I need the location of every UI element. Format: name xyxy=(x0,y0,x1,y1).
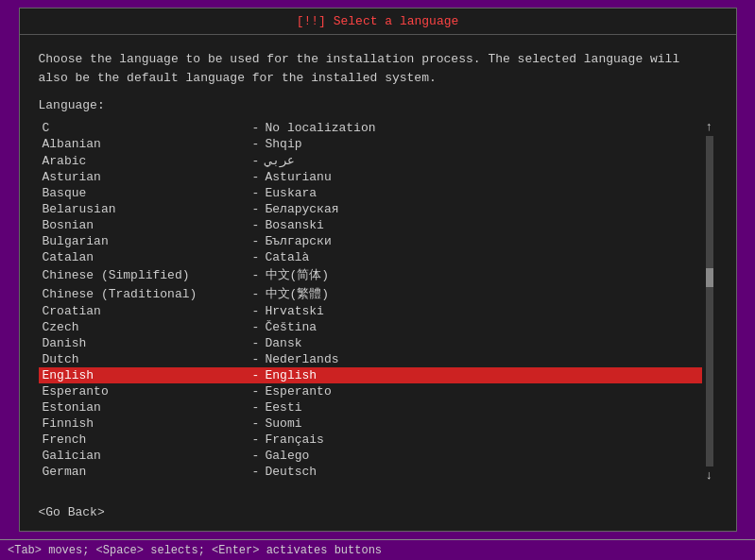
list-item[interactable]: C-No localization xyxy=(39,120,702,136)
lang-name: Belarusian xyxy=(39,202,247,216)
list-item[interactable]: Belarusian-Беларуская xyxy=(39,201,702,217)
lang-separator: - xyxy=(247,170,266,184)
scroll-track[interactable] xyxy=(706,136,713,467)
lang-native: Čeština xyxy=(266,320,317,334)
lang-separator: - xyxy=(247,400,266,415)
lang-separator: - xyxy=(247,234,266,248)
lang-separator: - xyxy=(247,137,266,151)
language-label: Language: xyxy=(39,98,717,112)
list-item[interactable]: Galician-Galego xyxy=(39,448,702,464)
lang-native: Asturianu xyxy=(266,170,332,184)
list-item[interactable]: Bulgarian-Български xyxy=(39,233,702,249)
lang-separator: - xyxy=(247,186,266,200)
lang-name: Czech xyxy=(39,320,247,334)
lang-native: Nederlands xyxy=(266,352,339,366)
lang-name: Asturian xyxy=(39,170,247,184)
scroll-thumb[interactable] xyxy=(706,268,713,287)
lang-name: Basque xyxy=(39,186,247,200)
lang-native: Suomi xyxy=(266,416,302,431)
language-list[interactable]: C-No localizationAlbanian-ShqipArabic-عر… xyxy=(39,120,702,483)
lang-separator: - xyxy=(247,449,266,463)
dialog-title: [!!] Select a language xyxy=(297,14,459,28)
list-item[interactable]: Albanian-Shqip xyxy=(39,136,702,152)
lang-name: Esperanto xyxy=(39,384,247,399)
list-item[interactable]: Czech-Čeština xyxy=(39,319,702,335)
list-item[interactable]: English-English xyxy=(39,367,702,383)
lang-native: عربي xyxy=(266,153,295,168)
lang-separator: - xyxy=(247,465,266,479)
list-item[interactable]: Dutch-Nederlands xyxy=(39,351,702,367)
lang-name: English xyxy=(39,368,247,382)
lang-name: Croatian xyxy=(39,304,247,318)
content-area: Choose the language to be used for the i… xyxy=(20,35,736,498)
list-item[interactable]: Chinese (Simplified)-中文(简体) xyxy=(39,265,702,284)
description-text: Choose the language to be used for the i… xyxy=(39,50,717,87)
lang-name: Dutch xyxy=(39,352,247,366)
list-item[interactable]: Asturian-Asturianu xyxy=(39,169,702,185)
lang-separator: - xyxy=(247,154,266,168)
bottom-area: <Go Back> xyxy=(20,498,736,531)
lang-native: 中文(简体) xyxy=(266,266,330,283)
lang-separator: - xyxy=(247,416,266,431)
lang-name: Chinese (Traditional) xyxy=(39,287,247,301)
lang-separator: - xyxy=(247,304,266,318)
lang-name: French xyxy=(39,433,247,447)
scrollbar[interactable]: ↑ ↓ xyxy=(702,120,717,483)
lang-separator: - xyxy=(247,336,266,350)
list-item[interactable]: Basque-Euskara xyxy=(39,185,702,201)
lang-native: Български xyxy=(266,234,332,248)
list-item[interactable]: Esperanto-Esperanto xyxy=(39,383,702,399)
lang-native: Беларуская xyxy=(266,202,339,216)
lang-name: Galician xyxy=(39,449,247,463)
list-container: C-No localizationAlbanian-ShqipArabic-عر… xyxy=(39,120,717,483)
lang-native: Eesti xyxy=(266,400,302,415)
lang-separator: - xyxy=(247,481,266,483)
lang-separator: - xyxy=(247,202,266,216)
list-item[interactable]: French-Français xyxy=(39,432,702,448)
lang-separator: - xyxy=(247,121,266,135)
list-item[interactable]: Catalan-Català xyxy=(39,249,702,265)
main-container: [!!] Select a language Choose the langua… xyxy=(0,0,755,539)
lang-name: Bulgarian xyxy=(39,234,247,248)
lang-separator: - xyxy=(247,433,266,447)
lang-name: Albanian xyxy=(39,137,247,151)
lang-separator: - xyxy=(247,287,266,301)
lang-separator: - xyxy=(247,384,266,399)
list-item[interactable]: Finnish-Suomi xyxy=(39,416,702,432)
lang-native: Hrvatski xyxy=(266,304,324,318)
status-text: <Tab> moves; <Space> selects; <Enter> ac… xyxy=(8,544,382,557)
list-item[interactable]: Croatian-Hrvatski xyxy=(39,303,702,319)
list-item[interactable]: Estonian-Eesti xyxy=(39,399,702,416)
list-item[interactable]: Chinese (Traditional)-中文(繁體) xyxy=(39,284,702,303)
lang-separator: - xyxy=(247,250,266,264)
dialog-box: [!!] Select a language Choose the langua… xyxy=(19,8,737,532)
list-item[interactable]: Arabic-عربي xyxy=(39,152,702,169)
lang-name: Arabic xyxy=(39,154,247,168)
lang-separator: - xyxy=(247,320,266,334)
lang-native: Català xyxy=(266,250,310,264)
list-item[interactable]: Bosnian-Bosanski xyxy=(39,217,702,233)
lang-native: English xyxy=(266,368,317,382)
lang-name: Finnish xyxy=(39,416,247,431)
lang-native: Bosanski xyxy=(266,218,324,232)
lang-name: C xyxy=(39,121,247,135)
lang-name: Estonian xyxy=(39,400,247,415)
lang-name: Greek xyxy=(39,481,247,483)
lang-native: Ελληνικά xyxy=(266,481,324,483)
list-item[interactable]: Danish-Dansk xyxy=(39,335,702,351)
scroll-up-arrow[interactable]: ↑ xyxy=(706,120,713,134)
lang-name: Danish xyxy=(39,336,247,350)
scroll-down-arrow[interactable]: ↓ xyxy=(706,468,713,483)
list-item[interactable]: Greek-Ελληνικά xyxy=(39,480,702,483)
lang-native: Dansk xyxy=(266,336,302,350)
lang-name: Bosnian xyxy=(39,218,247,232)
go-back-button[interactable]: <Go Back> xyxy=(39,505,105,519)
lang-separator: - xyxy=(247,268,266,282)
lang-name: German xyxy=(39,465,247,479)
lang-native: Galego xyxy=(266,449,310,463)
list-item[interactable]: German-Deutsch xyxy=(39,464,702,480)
lang-native: Esperanto xyxy=(266,384,332,399)
lang-native: Français xyxy=(266,433,324,447)
lang-native: Euskara xyxy=(266,186,317,200)
title-bar: [!!] Select a language xyxy=(20,8,736,35)
